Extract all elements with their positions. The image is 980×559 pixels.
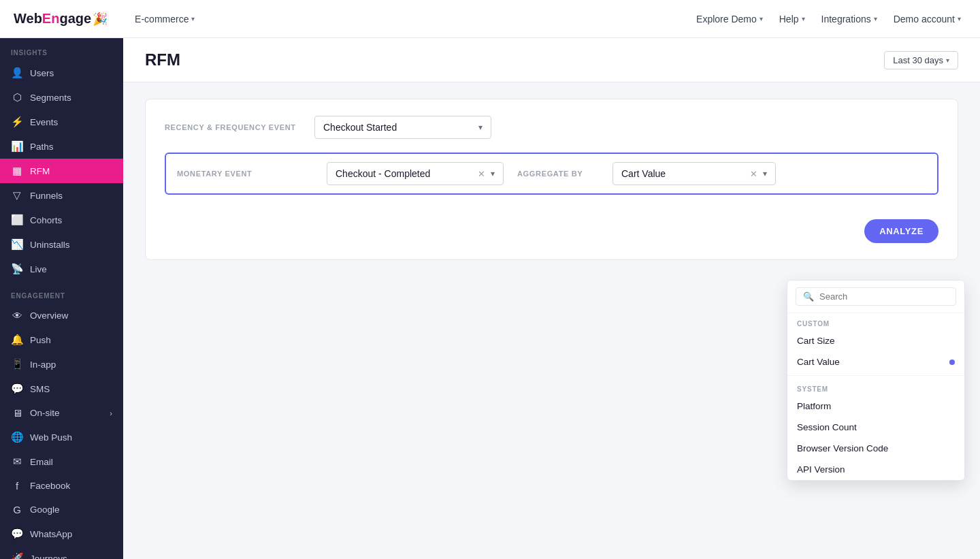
- sidebar-item-push[interactable]: 🔔 Push: [0, 328, 123, 352]
- nav-integrations[interactable]: Integrations ▾: [816, 11, 883, 27]
- dropdown-search-inner: 🔍: [796, 287, 956, 306]
- sidebar-item-in-app[interactable]: 📱 In-app: [0, 352, 123, 377]
- sidebar-item-uninstalls[interactable]: 📉 Uninstalls: [0, 232, 123, 257]
- sidebar-item-label: Segments: [30, 93, 71, 103]
- sidebar-item-paths[interactable]: 📊 Paths: [0, 134, 123, 159]
- nav-project-chevron: ▾: [191, 15, 195, 22]
- cohorts-icon: ⬜: [11, 214, 23, 226]
- rfm-card: RECENCY & FREQUENCY EVENT Checkout Start…: [145, 99, 958, 260]
- date-range-label: Last 30 days: [893, 55, 943, 65]
- paths-icon: 📊: [11, 140, 23, 153]
- sidebar-item-events[interactable]: ⚡ Events: [0, 110, 123, 134]
- aggregate-select[interactable]: Cart Value ✕ ▾: [612, 162, 776, 185]
- top-nav: WebEngage 🎉 E-commerce ▾ Explore Demo ▾ …: [0, 0, 980, 38]
- layout: INSIGHTS 👤 Users ⬡ Segments ⚡ Events 📊 P…: [0, 38, 980, 559]
- date-range-selector[interactable]: Last 30 days ▾: [884, 51, 958, 69]
- sidebar-item-label: Uninstalls: [30, 240, 70, 250]
- dropdown-search-input[interactable]: [819, 291, 949, 302]
- recency-label: RECENCY & FREQUENCY EVENT: [165, 123, 301, 131]
- sidebar-item-label: Web Push: [30, 432, 72, 443]
- sidebar-item-segments[interactable]: ⬡ Segments: [0, 85, 123, 110]
- sidebar-item-label: Google: [30, 505, 60, 515]
- sidebar-item-users[interactable]: 👤 Users: [0, 61, 123, 85]
- sidebar-item-label: Live: [30, 264, 47, 274]
- sidebar-item-whatsapp[interactable]: 💬 WhatsApp: [0, 522, 123, 546]
- date-range-chevron: ▾: [946, 57, 949, 64]
- help-chevron: ▾: [802, 15, 805, 22]
- events-icon: ⚡: [11, 116, 23, 128]
- monetary-clear-btn[interactable]: ✕: [478, 169, 485, 179]
- sidebar-item-web-push[interactable]: 🌐 Web Push: [0, 425, 123, 449]
- sidebar-item-label: RFM: [30, 166, 50, 176]
- dropdown-item-cart-value[interactable]: Cart Value: [787, 351, 964, 372]
- sidebar-item-cohorts[interactable]: ⬜ Cohorts: [0, 208, 123, 232]
- sidebar-item-label: Journeys: [30, 554, 67, 560]
- sidebar-item-label: Push: [30, 335, 51, 345]
- sms-icon: 💬: [11, 383, 23, 395]
- monetary-label: MONETARY EVENT: [177, 170, 313, 178]
- email-icon: ✉: [11, 456, 23, 468]
- aggregate-label: AGGREGATE BY: [517, 170, 599, 178]
- sidebar-item-on-site[interactable]: 🖥 On-site ›: [0, 401, 123, 425]
- dropdown-item-cart-size[interactable]: Cart Size: [787, 330, 964, 351]
- api-version-label: API Version: [797, 464, 845, 475]
- recency-select[interactable]: Checkout Started ▾: [314, 116, 491, 139]
- page-title: RFM: [145, 50, 180, 69]
- cart-value-label: Cart Value: [797, 357, 840, 367]
- logo-text: WebEngage: [14, 11, 91, 27]
- analyze-button[interactable]: ANALYZE: [864, 219, 938, 243]
- sidebar-item-overview[interactable]: 👁 Overview: [0, 304, 123, 328]
- sidebar-item-label: Events: [30, 117, 58, 127]
- users-icon: 👤: [11, 67, 23, 79]
- engagement-section-label: ENGAGEMENT: [0, 281, 123, 304]
- sidebar-item-label: On-site: [30, 408, 60, 418]
- sidebar-item-live[interactable]: 📡 Live: [0, 257, 123, 281]
- sidebar-item-sms[interactable]: 💬 SMS: [0, 377, 123, 401]
- nav-help[interactable]: Help ▾: [774, 11, 811, 27]
- nav-explore-demo[interactable]: Explore Demo ▾: [691, 11, 768, 27]
- custom-section-label: CUSTOM: [787, 313, 964, 330]
- aggregate-dropdown: 🔍 CUSTOM Cart Size Cart Value SYSTEM Pla…: [787, 280, 965, 481]
- sidebar-item-label: Overview: [30, 310, 68, 321]
- sidebar-item-rfm[interactable]: ▦ RFM: [0, 159, 123, 183]
- dropdown-divider: [787, 375, 964, 376]
- sidebar-item-google[interactable]: G Google: [0, 498, 123, 522]
- dropdown-item-api-version[interactable]: API Version: [787, 459, 964, 480]
- push-icon: 🔔: [11, 334, 23, 346]
- sidebar-item-label: SMS: [30, 384, 50, 394]
- sidebar-item-label: In-app: [30, 360, 56, 370]
- sidebar-item-funnels[interactable]: ▽ Funnels: [0, 183, 123, 208]
- rfm-footer: ANALYZE: [165, 206, 938, 243]
- overview-icon: 👁: [11, 310, 23, 321]
- demo-account-chevron: ▾: [958, 15, 961, 22]
- monetary-select[interactable]: Checkout - Completed ✕ ▾: [327, 162, 504, 185]
- rfm-icon: ▦: [11, 165, 23, 177]
- sidebar-item-label: Paths: [30, 142, 54, 152]
- nav-demo-account[interactable]: Demo account ▾: [888, 11, 966, 27]
- sidebar-item-journeys[interactable]: 🚀 Journeys: [0, 546, 123, 559]
- aggregate-clear-btn[interactable]: ✕: [750, 169, 757, 179]
- sidebar-item-facebook[interactable]: f Facebook: [0, 474, 123, 498]
- funnels-icon: ▽: [11, 189, 23, 202]
- dropdown-item-platform[interactable]: Platform: [787, 396, 964, 417]
- sidebar-item-label: Cohorts: [30, 215, 62, 225]
- nav-right: Explore Demo ▾ Help ▾ Integrations ▾ Dem…: [691, 11, 966, 27]
- recency-chevron: ▾: [478, 123, 483, 132]
- nav-project[interactable]: E-commerce ▾: [129, 11, 200, 27]
- browser-version-code-label: Browser Version Code: [797, 443, 888, 453]
- recency-row: RECENCY & FREQUENCY EVENT Checkout Start…: [165, 116, 938, 139]
- monetary-chevron: ▾: [491, 169, 495, 178]
- google-icon: G: [11, 504, 23, 515]
- main-content: RFM Last 30 days ▾ RECENCY & FREQUENCY E…: [123, 38, 980, 559]
- search-icon: 🔍: [803, 291, 814, 302]
- sidebar-item-label: Facebook: [30, 481, 70, 491]
- sidebar-item-label: Email: [30, 457, 53, 467]
- session-count-label: Session Count: [797, 422, 857, 432]
- live-icon: 📡: [11, 263, 23, 275]
- dropdown-item-session-count[interactable]: Session Count: [787, 417, 964, 438]
- dropdown-item-browser-version-code[interactable]: Browser Version Code: [787, 438, 964, 459]
- monetary-row: MONETARY EVENT Checkout - Completed ✕ ▾ …: [165, 153, 938, 195]
- explore-demo-chevron: ▾: [760, 15, 763, 22]
- sidebar-item-email[interactable]: ✉ Email: [0, 449, 123, 474]
- recency-value: Checkout Started: [323, 122, 397, 133]
